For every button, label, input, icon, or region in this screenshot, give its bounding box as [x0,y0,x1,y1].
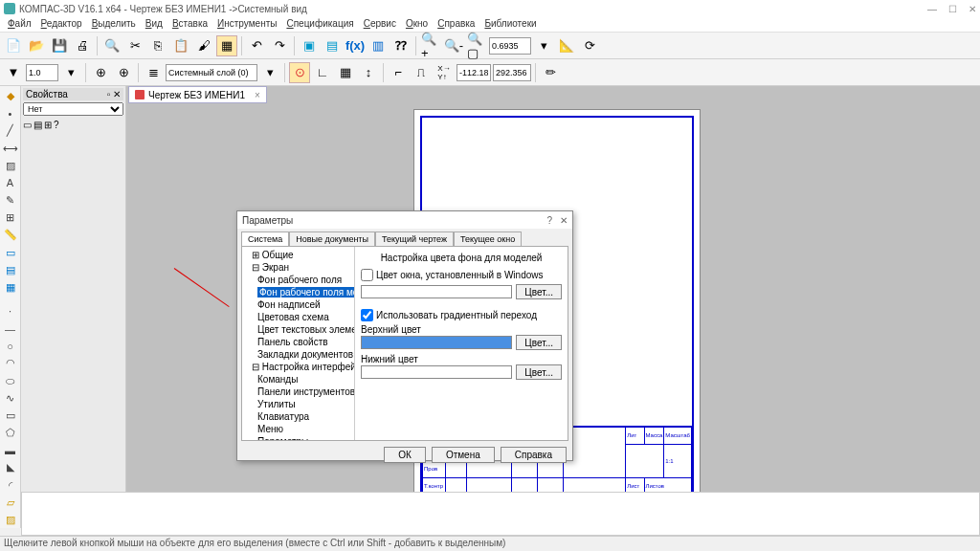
p2[interactable]: ▤ [33,120,42,130]
close-button[interactable]: ✕ [969,4,976,14]
spec-button[interactable]: ▤ [322,35,343,56]
panel-pin-icon[interactable]: ▫ ✕ [107,89,121,99]
tree-node[interactable]: ⊟ Настройка интерфейса [244,361,352,373]
menu-Сервис[interactable]: Сервис [360,17,400,32]
bot-color-button[interactable]: Цвет... [516,364,562,380]
tree-node[interactable]: Фон рабочего поля моделей [244,286,352,298]
props-dd[interactable]: Нет [23,102,123,116]
brush-button[interactable]: ✏ [540,62,561,83]
coord-x[interactable] [457,64,491,81]
menu-Вид[interactable]: Вид [142,17,167,32]
tab-0[interactable]: Система [241,231,289,246]
zoom-fit-button[interactable]: 🔍▢ [466,35,487,56]
tree-node[interactable]: ⊞ Общие [244,249,352,261]
off-tool[interactable]: ▱ [2,495,19,511]
color-button[interactable]: Цвет... [516,284,562,299]
props-button[interactable]: ▦ [216,35,237,56]
geom-icon[interactable]: ◆ [2,88,19,104]
measure-button[interactable]: 📐 [556,35,577,56]
text-icon[interactable]: A [2,175,19,191]
cancel-button[interactable]: Отмена [432,447,495,463]
spl-tool[interactable]: ∿ [2,390,19,407]
pt-tool[interactable]: · [2,303,19,320]
top-color-button[interactable]: Цвет... [516,335,562,350]
point-icon[interactable]: • [2,105,19,121]
scale-input[interactable] [26,64,58,81]
tab-1[interactable]: Новые документы [289,231,375,246]
step-button[interactable]: ⎍ [411,62,432,83]
edit-icon[interactable]: ✎ [2,192,19,209]
seg-tool[interactable]: — [2,320,19,337]
spec2-icon[interactable]: ▤ [2,262,19,278]
ok-button[interactable]: ОК [384,447,426,463]
layers-button[interactable]: ≣ [143,62,164,83]
preview-button[interactable]: 🔍 [101,35,122,56]
fil-tool[interactable]: ◜ [2,477,19,494]
save-button[interactable]: 💾 [49,35,70,56]
circ-tool[interactable]: ○ [2,338,19,354]
zoom-dd[interactable]: ▾ [533,35,554,56]
grid-button[interactable]: ▦ [335,62,356,83]
coord-y[interactable] [493,64,531,81]
tree-node[interactable]: Панели инструментов [244,386,352,398]
cut-button[interactable]: ✂ [124,35,145,56]
tree-node[interactable]: Фон надписей [244,298,352,311]
new-button[interactable]: 📄 [3,35,24,56]
tree-node[interactable]: Утилиты [244,398,352,410]
open-button[interactable]: 📂 [26,35,47,56]
tab-3[interactable]: Текущее окно [454,231,522,246]
canvas[interactable]: Чертеж БЕЗ ИМЕНИ1 × ИзмЛист№ докумПодпДа… [126,86,980,528]
menu-Файл[interactable]: Файл [4,17,35,32]
ell-tool[interactable]: ⬭ [2,372,19,388]
menu-Окно[interactable]: Окно [402,17,432,32]
tree-node[interactable]: Цвет текстовых элементов [244,323,352,336]
paste-button[interactable]: 📋 [170,35,191,56]
sel-icon[interactable]: ▭ [2,245,19,261]
layer-dd-btn[interactable]: ▾ [259,62,280,83]
dim-button[interactable]: ⊕ [90,62,111,83]
menu-Редактор[interactable]: Редактор [37,17,86,32]
document-tab[interactable]: Чертеж БЕЗ ИМЕНИ1 × [128,86,267,103]
dim-icon[interactable]: ⟷ [2,141,19,157]
copy-button[interactable]: ⎘ [147,35,168,56]
cham-tool[interactable]: ◣ [2,459,19,475]
tree-node[interactable]: Команды [244,373,352,386]
layer-dd[interactable] [166,64,257,81]
hat-tool[interactable]: ▨ [2,512,19,528]
tree-node[interactable]: ⊟ Экран [244,261,352,274]
p1[interactable]: ▭ [23,120,32,130]
minimize-button[interactable]: — [927,4,937,14]
menu-Справка[interactable]: Справка [434,17,479,32]
menu-Библиотеки[interactable]: Библиотеки [480,17,540,32]
maximize-button[interactable]: ☐ [948,4,957,14]
lib-button[interactable]: ▣ [299,35,320,56]
param-icon[interactable]: ⊞ [2,209,19,226]
undo-button[interactable]: ↶ [246,35,267,56]
menu-Инструменты[interactable]: Инструменты [213,17,280,32]
settings-tree[interactable]: ⊞ Общие⊟ ЭкранФон рабочего поляФон рабоч… [242,247,355,440]
rect-tool[interactable]: ▭ [2,408,19,424]
tree-node[interactable]: Меню [244,423,352,435]
fill-tool[interactable]: ▬ [2,442,19,458]
cb-gradient[interactable]: Использовать градиентный переход [361,309,562,321]
xy-button[interactable]: X→Y↑ [434,62,455,83]
rep-icon[interactable]: ▦ [2,279,19,296]
tree-node[interactable]: Параметры [244,435,352,440]
menu-Спецификация[interactable]: Спецификация [282,17,357,32]
arc-tool[interactable]: ◠ [2,355,19,371]
tab-close-icon[interactable]: × [255,90,260,100]
format-button[interactable]: 🖌 [193,35,214,56]
zoom-out-button[interactable]: 🔍- [443,35,464,56]
snap-button[interactable]: ⊙ [289,62,310,83]
round-button[interactable]: ⌐ [388,62,409,83]
dim2-button[interactable]: ⊕ [113,62,134,83]
tree-node[interactable]: Панель свойств [244,336,352,348]
dialog-help-icon[interactable]: ? [546,215,552,226]
zoom-in-button[interactable]: 🔍+ [420,35,441,56]
tab-2[interactable]: Текущий чертеж [375,231,454,246]
poly-tool[interactable]: ⬠ [2,425,19,441]
menu-Выделить[interactable]: Выделить [88,17,140,32]
ortho-button[interactable]: ∟ [312,62,333,83]
print-button[interactable]: 🖨 [72,35,93,56]
dialog-titlebar[interactable]: Параметры ?✕ [237,211,572,229]
